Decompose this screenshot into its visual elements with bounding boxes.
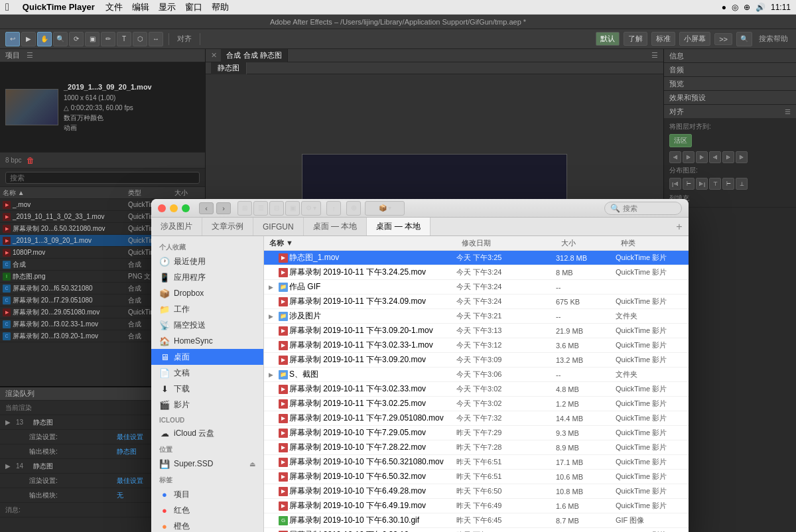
info-panel-header[interactable]: 信息 (664, 49, 796, 62)
finder-file-row[interactable]: ▶ 静态图_1.mov 今天 下午3:25 312.8 MB QuickTime… (264, 251, 689, 265)
finder-file-row[interactable]: ▶ 屏幕录制 2019-10-11 下午3.02.33.mov 今天 下午3:0… (264, 382, 689, 397)
align-center-h[interactable]: ⫸ (683, 151, 695, 163)
finder-search-input[interactable] (623, 204, 676, 212)
dist-center-h[interactable]: ⊢ (683, 178, 695, 190)
finder-file-row[interactable]: ▶ 屏幕录制 2019-10-11 下午3.02.33-1.mov 今天 下午3… (264, 338, 689, 353)
sidebar-item-work[interactable]: 📁 工作 (151, 301, 263, 317)
finder-tab-2[interactable]: GIFGUN (253, 218, 304, 235)
dist-center-v[interactable]: ⊢ (722, 178, 734, 190)
tool-text[interactable]: T (117, 32, 131, 46)
col-size-header[interactable]: 大小 (172, 188, 205, 198)
project-search-input[interactable] (5, 172, 200, 184)
search-icon[interactable]: 🔍 (736, 32, 752, 46)
sidebar-item-downloads[interactable]: ⬇ 下载 (151, 381, 263, 397)
finder-dropbox-btn[interactable]: 📦 ▾ (365, 201, 405, 216)
col-name-header[interactable]: 名称 ▲ (0, 188, 125, 198)
finder-file-row[interactable]: ▶ 屏幕录制 2019-10-10 下午6.49.19.mov 昨天 下午6:4… (264, 499, 689, 513)
align-top[interactable]: ⫷ (709, 151, 721, 163)
col-type-header[interactable]: 类型 (125, 188, 172, 198)
tool-play[interactable]: ▶ (21, 32, 36, 46)
sidebar-item-desktop[interactable]: 🖥 桌面 (151, 349, 263, 365)
finder-file-row[interactable]: G 屏幕录制 2019-10-10 下午6.30.10.gif 昨天 下午6:4… (264, 513, 689, 528)
finder-file-row[interactable]: ▶ 屏幕录制 2019-10-11 下午3.09.20-1.mov 今天 下午3… (264, 324, 689, 338)
audio-panel-header[interactable]: 音频 (664, 63, 796, 76)
finder-tab-1[interactable]: 文章示例 (202, 218, 253, 235)
col-date[interactable]: 修改日期 (456, 236, 556, 250)
eject-icon[interactable]: ⏏ (249, 460, 255, 468)
sidebar-item-apps[interactable]: 📱 应用程序 (151, 269, 263, 285)
menu-file[interactable]: 文件 (105, 1, 123, 13)
align-target-btn[interactable]: 活区 (669, 134, 692, 147)
finder-list-view[interactable]: ☰ (253, 201, 268, 216)
finder-file-row[interactable]: ▶ 屏幕录制 2019-10-11 下午7.29.051080.mov 今天 下… (264, 411, 689, 426)
menu-edit[interactable]: 编辑 (132, 1, 149, 13)
finder-back-btn[interactable]: ‹ (199, 202, 214, 214)
comp-close[interactable]: ✕ (211, 51, 217, 60)
btn-default[interactable]: 默认 (596, 32, 620, 46)
finder-file-row[interactable]: ▶ 屏幕录制 2019-10-10 下午6.50.321080.mov 昨天 下… (264, 455, 689, 470)
btn-more[interactable]: >> (714, 33, 732, 45)
btn-standard[interactable]: 标准 (651, 32, 675, 46)
btn-learn[interactable]: 了解 (624, 32, 647, 46)
sidebar-item-recent[interactable]: 🕐 最近使用 (151, 253, 263, 269)
tool-rotate[interactable]: ⟳ (69, 32, 84, 46)
dist-left[interactable]: |⫷ (669, 178, 681, 190)
finder-file-row[interactable]: ▶ 屏幕录制 2019-10-10 下午6.30.10.mov 昨天 下午6:3… (264, 528, 689, 532)
preview-panel-header[interactable]: 预览 (664, 77, 796, 90)
sidebar-tag-orange[interactable]: ● 橙色 (151, 518, 263, 532)
tool-zoom[interactable]: 🔍 (53, 32, 68, 46)
sidebar-item-homesync[interactable]: 🏠 HomeSync (151, 333, 263, 349)
tool-shape[interactable]: ▣ (85, 32, 100, 46)
finder-file-row[interactable]: ▶ 屏幕录制 2019-10-10 下午7.28.22.mov 昨天 下午7:2… (264, 440, 689, 455)
menu-window[interactable]: 窗口 (185, 1, 202, 13)
align-menu-icon[interactable]: ☰ (785, 108, 791, 115)
app-name[interactable]: QuickTime Player (23, 2, 95, 12)
finder-tab-3[interactable]: 桌面 — 本地 (304, 218, 367, 235)
finder-share-btn[interactable]: ↑ (326, 201, 341, 216)
sidebar-item-dropbox[interactable]: 📦 Dropbox (151, 285, 263, 301)
tool-pen[interactable]: ✏ (101, 32, 115, 46)
apple-menu[interactable]:  (5, 1, 9, 13)
finder-file-row[interactable]: ▶ 📁 作品 GIF 今天 下午3:24 -- (264, 280, 689, 295)
align-left[interactable]: ⫷ (669, 151, 681, 163)
finder-file-row[interactable]: ▶ 屏幕录制 2019-10-11 下午3.02.25.mov 今天 下午3:0… (264, 397, 689, 411)
finder-file-row[interactable]: ▶ 屏幕录制 2019-10-10 下午6.49.28.mov 昨天 下午6:5… (264, 484, 689, 499)
finder-file-row[interactable]: ▶ 屏幕录制 2019-10-10 下午7.29.05.mov 昨天 下午7:2… (264, 426, 689, 440)
align-right[interactable]: ⫸ (696, 151, 708, 163)
tool-home[interactable]: ↩ (5, 32, 20, 46)
col-kind[interactable]: 种类 (616, 236, 689, 250)
finder-file-row[interactable]: ▶ 屏幕录制 2019-10-10 下午6.50.32.mov 昨天 下午6:5… (264, 470, 689, 484)
preview-trash-icon[interactable]: 🗑 (27, 156, 34, 165)
dist-bottom[interactable]: ⊥ (736, 178, 748, 190)
finder-add-tab-btn[interactable]: + (670, 218, 689, 235)
align-panel-header[interactable]: 对齐 ☰ (664, 105, 796, 118)
finder-close-btn[interactable] (158, 204, 166, 212)
finder-file-row[interactable]: ▶ 📁 涉及图片 今天 下午3:21 -- 文件夹 (264, 309, 689, 324)
finder-column-view[interactable]: ⊟ (269, 201, 284, 216)
finder-file-row[interactable]: ▶ 屏幕录制 2019-10-11 下午3.24.25.mov 今天 下午3:2… (264, 265, 689, 280)
finder-icon-view[interactable]: ⊞ (237, 201, 252, 216)
project-menu-icon[interactable]: ☰ (27, 51, 33, 60)
menu-help[interactable]: 帮助 (212, 1, 229, 13)
comp-view-tab[interactable]: 静态图 (211, 62, 247, 74)
col-size[interactable]: 大小 (556, 236, 616, 250)
dist-top[interactable]: ⊤ (709, 178, 721, 190)
sidebar-item-documents[interactable]: 📄 文稿 (151, 365, 263, 381)
finder-file-row[interactable]: ▶ 📁 S、截图 今天 下午3:06 -- 文件夹 (264, 367, 689, 382)
finder-gallery-view[interactable]: ▣ (285, 201, 300, 216)
sidebar-item-movies[interactable]: 🎬 影片 (151, 397, 263, 413)
finder-tag-btn[interactable]: ⊕ (346, 201, 361, 216)
sidebar-item-airdrop[interactable]: 📡 隔空投送 (151, 317, 263, 333)
finder-tab-0[interactable]: 涉及图片 (151, 218, 202, 235)
align-bottom[interactable]: ⫸ (736, 151, 748, 163)
sidebar-tag-red[interactable]: ● 红色 (151, 502, 263, 518)
finder-action-btn[interactable]: ⚙ ▾ (301, 201, 321, 216)
tool-brush[interactable]: ⬡ (133, 32, 147, 46)
finder-forward-btn[interactable]: › (216, 202, 231, 214)
comp-tab-main[interactable]: 合成 合成 静态图 (221, 49, 288, 62)
col-name[interactable]: 名称 ▼ (264, 236, 456, 250)
tool-clone[interactable]: ↔ (149, 32, 163, 46)
dist-right[interactable]: ⫸| (696, 178, 708, 190)
menu-view[interactable]: 显示 (159, 1, 176, 13)
sidebar-item-superssd[interactable]: 💾 Super.SSD ⏏ (151, 456, 263, 472)
